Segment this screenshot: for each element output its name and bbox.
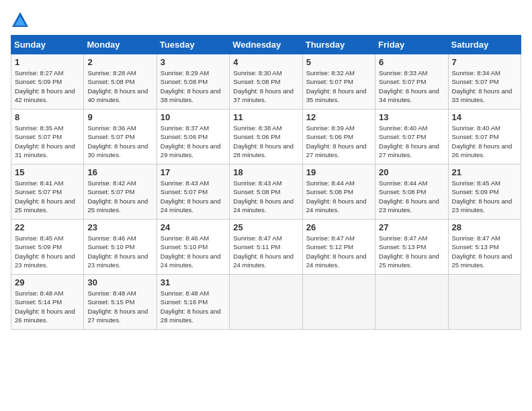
calendar-cell: 31Sunrise: 8:48 AMSunset: 5:16 PMDayligh… [157, 275, 229, 330]
day-number: 2 [87, 57, 152, 67]
weekday-row: SundayMondayTuesdayWednesdayThursdayFrid… [11, 36, 521, 54]
day-number: 5 [306, 57, 371, 67]
calendar-body: 1Sunrise: 8:27 AMSunset: 5:09 PMDaylight… [11, 54, 521, 330]
day-info: Sunrise: 8:37 AMSunset: 5:06 PMDaylight:… [161, 124, 226, 159]
calendar-cell: 13Sunrise: 8:40 AMSunset: 5:07 PMDayligh… [375, 109, 448, 165]
calendar-cell: 17Sunrise: 8:43 AMSunset: 5:07 PMDayligh… [157, 165, 229, 220]
calendar-cell: 1Sunrise: 8:27 AMSunset: 5:09 PMDaylight… [11, 54, 84, 109]
calendar-cell: 16Sunrise: 8:42 AMSunset: 5:07 PMDayligh… [84, 165, 157, 220]
calendar-cell: 27Sunrise: 8:47 AMSunset: 5:13 PMDayligh… [375, 220, 448, 275]
week-row-2: 8Sunrise: 8:35 AMSunset: 5:07 PMDaylight… [11, 109, 521, 165]
calendar-cell [230, 275, 302, 330]
calendar-cell: 26Sunrise: 8:47 AMSunset: 5:12 PMDayligh… [302, 220, 375, 275]
weekday-header-thursday: Thursday [302, 36, 375, 54]
day-number: 11 [233, 112, 298, 122]
day-info: Sunrise: 8:47 AMSunset: 5:13 PMDaylight:… [379, 234, 444, 269]
day-number: 28 [452, 222, 517, 232]
day-info: Sunrise: 8:48 AMSunset: 5:14 PMDaylight:… [15, 289, 80, 324]
day-number: 7 [452, 57, 517, 67]
day-number: 13 [379, 112, 444, 122]
weekday-header-saturday: Saturday [448, 36, 521, 54]
calendar-cell: 3Sunrise: 8:29 AMSunset: 5:08 PMDaylight… [157, 54, 229, 109]
day-number: 20 [379, 167, 444, 177]
day-info: Sunrise: 8:35 AMSunset: 5:07 PMDaylight:… [15, 124, 80, 159]
calendar: SundayMondayTuesdayWednesdayThursdayFrid… [11, 35, 521, 330]
calendar-cell: 30Sunrise: 8:48 AMSunset: 5:15 PMDayligh… [84, 275, 157, 330]
day-number: 19 [306, 167, 371, 177]
day-info: Sunrise: 8:29 AMSunset: 5:08 PMDaylight:… [161, 68, 226, 104]
calendar-cell: 20Sunrise: 8:44 AMSunset: 5:08 PMDayligh… [375, 165, 448, 220]
calendar-cell: 22Sunrise: 8:45 AMSunset: 5:09 PMDayligh… [11, 220, 84, 275]
day-info: Sunrise: 8:27 AMSunset: 5:09 PMDaylight:… [15, 68, 80, 104]
day-number: 29 [15, 277, 80, 287]
day-info: Sunrise: 8:48 AMSunset: 5:15 PMDaylight:… [87, 289, 152, 324]
day-number: 14 [452, 112, 517, 122]
day-number: 3 [161, 57, 226, 67]
day-info: Sunrise: 8:38 AMSunset: 5:06 PMDaylight:… [233, 124, 298, 159]
weekday-header-monday: Monday [84, 36, 157, 54]
calendar-cell: 5Sunrise: 8:32 AMSunset: 5:07 PMDaylight… [302, 54, 375, 109]
day-number: 9 [87, 112, 152, 122]
calendar-cell: 21Sunrise: 8:45 AMSunset: 5:09 PMDayligh… [448, 165, 521, 220]
day-info: Sunrise: 8:33 AMSunset: 5:07 PMDaylight:… [379, 68, 444, 104]
day-number: 23 [87, 222, 152, 232]
day-info: Sunrise: 8:40 AMSunset: 5:07 PMDaylight:… [379, 124, 444, 159]
logo-icon [11, 11, 30, 30]
calendar-cell: 29Sunrise: 8:48 AMSunset: 5:14 PMDayligh… [11, 275, 84, 330]
day-info: Sunrise: 8:48 AMSunset: 5:16 PMDaylight:… [161, 289, 226, 324]
calendar-cell: 25Sunrise: 8:47 AMSunset: 5:11 PMDayligh… [230, 220, 302, 275]
day-info: Sunrise: 8:42 AMSunset: 5:07 PMDaylight:… [87, 179, 152, 214]
day-info: Sunrise: 8:43 AMSunset: 5:07 PMDaylight:… [161, 179, 226, 214]
day-info: Sunrise: 8:32 AMSunset: 5:07 PMDaylight:… [306, 68, 371, 104]
calendar-cell: 7Sunrise: 8:34 AMSunset: 5:07 PMDaylight… [448, 54, 521, 109]
day-number: 6 [379, 57, 444, 67]
day-info: Sunrise: 8:36 AMSunset: 5:07 PMDaylight:… [87, 124, 152, 159]
day-number: 16 [87, 167, 152, 177]
weekday-header-friday: Friday [375, 36, 448, 54]
day-info: Sunrise: 8:41 AMSunset: 5:07 PMDaylight:… [15, 179, 80, 214]
day-number: 8 [15, 112, 80, 122]
calendar-cell: 12Sunrise: 8:39 AMSunset: 5:06 PMDayligh… [302, 109, 375, 165]
weekday-header-tuesday: Tuesday [157, 36, 229, 54]
day-info: Sunrise: 8:39 AMSunset: 5:06 PMDaylight:… [306, 124, 371, 159]
calendar-cell: 10Sunrise: 8:37 AMSunset: 5:06 PMDayligh… [157, 109, 229, 165]
day-info: Sunrise: 8:43 AMSunset: 5:08 PMDaylight:… [233, 179, 298, 214]
weekday-header-sunday: Sunday [11, 36, 84, 54]
day-number: 4 [233, 57, 298, 67]
day-number: 22 [15, 222, 80, 232]
weekday-header-wednesday: Wednesday [230, 36, 302, 54]
day-info: Sunrise: 8:28 AMSunset: 5:08 PMDaylight:… [87, 68, 152, 104]
day-number: 24 [161, 222, 226, 232]
day-info: Sunrise: 8:34 AMSunset: 5:07 PMDaylight:… [452, 68, 517, 104]
day-number: 26 [306, 222, 371, 232]
week-row-4: 22Sunrise: 8:45 AMSunset: 5:09 PMDayligh… [11, 220, 521, 275]
day-info: Sunrise: 8:30 AMSunset: 5:08 PMDaylight:… [233, 68, 298, 104]
calendar-cell: 15Sunrise: 8:41 AMSunset: 5:07 PMDayligh… [11, 165, 84, 220]
day-number: 18 [233, 167, 298, 177]
day-number: 31 [161, 277, 226, 287]
day-number: 1 [15, 57, 80, 67]
calendar-cell: 19Sunrise: 8:44 AMSunset: 5:08 PMDayligh… [302, 165, 375, 220]
day-number: 17 [161, 167, 226, 177]
day-info: Sunrise: 8:47 AMSunset: 5:12 PMDaylight:… [306, 234, 371, 269]
calendar-cell: 4Sunrise: 8:30 AMSunset: 5:08 PMDaylight… [230, 54, 302, 109]
day-number: 12 [306, 112, 371, 122]
day-info: Sunrise: 8:46 AMSunset: 5:10 PMDaylight:… [161, 234, 226, 269]
calendar-cell [448, 275, 521, 330]
calendar-cell: 11Sunrise: 8:38 AMSunset: 5:06 PMDayligh… [230, 109, 302, 165]
day-number: 25 [233, 222, 298, 232]
week-row-5: 29Sunrise: 8:48 AMSunset: 5:14 PMDayligh… [11, 275, 521, 330]
day-number: 21 [452, 167, 517, 177]
week-row-1: 1Sunrise: 8:27 AMSunset: 5:09 PMDaylight… [11, 54, 521, 109]
day-info: Sunrise: 8:44 AMSunset: 5:08 PMDaylight:… [306, 179, 371, 214]
header [11, 11, 521, 30]
week-row-3: 15Sunrise: 8:41 AMSunset: 5:07 PMDayligh… [11, 165, 521, 220]
calendar-cell [375, 275, 448, 330]
calendar-cell [302, 275, 375, 330]
day-number: 30 [87, 277, 152, 287]
day-info: Sunrise: 8:45 AMSunset: 5:09 PMDaylight:… [15, 234, 80, 269]
calendar-cell: 18Sunrise: 8:43 AMSunset: 5:08 PMDayligh… [230, 165, 302, 220]
calendar-cell: 6Sunrise: 8:33 AMSunset: 5:07 PMDaylight… [375, 54, 448, 109]
calendar-cell: 24Sunrise: 8:46 AMSunset: 5:10 PMDayligh… [157, 220, 229, 275]
day-info: Sunrise: 8:47 AMSunset: 5:13 PMDaylight:… [452, 234, 517, 269]
